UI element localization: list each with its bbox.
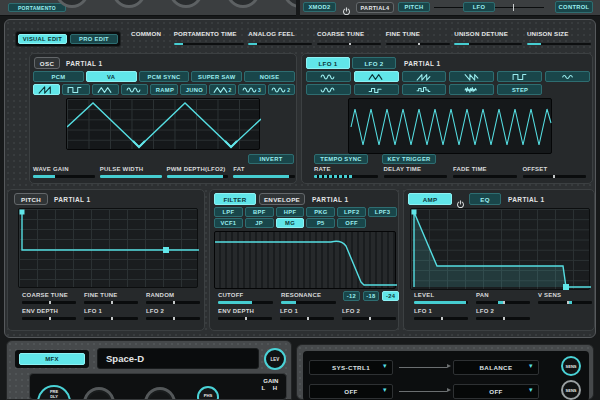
- filter-type-button[interactable]: LPF: [214, 207, 243, 217]
- mfx-phase-knob[interactable]: PHS: [197, 386, 219, 400]
- osc-type-button[interactable]: SUPER SAW: [191, 71, 242, 82]
- amp-tab[interactable]: AMP: [408, 193, 452, 205]
- param-slider[interactable]: COARSE TUNE: [22, 292, 76, 307]
- param-slider[interactable]: PWM DEPTH(LFO2): [167, 166, 229, 181]
- wave-button[interactable]: [354, 84, 399, 95]
- pitch-envelope-display[interactable]: [18, 208, 198, 288]
- wave-button[interactable]: [402, 84, 447, 95]
- osc-type-button[interactable]: VA: [86, 71, 137, 82]
- partial-select-button[interactable]: PARTIAL4: [356, 2, 394, 13]
- mfx-predelay-knob[interactable]: PRE DLY: [37, 385, 71, 400]
- wave-button[interactable]: [33, 84, 60, 95]
- lfo2-tab[interactable]: LFO 2: [352, 57, 396, 69]
- filter-type-button[interactable]: JP: [245, 218, 274, 228]
- param-slider[interactable]: LFO 2: [146, 308, 200, 323]
- wave-button[interactable]: [354, 71, 399, 82]
- sens-knob[interactable]: SENS: [561, 380, 581, 400]
- filter-type-button[interactable]: VCF1: [214, 218, 243, 228]
- xmod-button[interactable]: XMOD2: [303, 2, 336, 12]
- invert-button[interactable]: INVERT: [248, 154, 294, 164]
- visual-edit-tab[interactable]: VISUAL EDIT: [18, 34, 67, 44]
- param-slider[interactable]: RESONANCE: [281, 292, 336, 307]
- mfx-button[interactable]: MFX: [19, 353, 85, 365]
- slope-button[interactable]: -12: [343, 291, 360, 301]
- slider-handle[interactable]: [513, 4, 514, 11]
- pitch-tab[interactable]: PITCH: [14, 193, 48, 205]
- slope-button[interactable]: -24: [382, 291, 399, 301]
- filter-type-button[interactable]: LPF3: [368, 207, 397, 217]
- osc-type-button[interactable]: PCM SYNC: [139, 71, 190, 82]
- filter-type-button[interactable]: OFF: [337, 218, 366, 228]
- param-slider[interactable]: ENV DEPTH: [22, 308, 76, 323]
- wave-button[interactable]: [449, 84, 494, 95]
- destination-dropdown[interactable]: BALANCE ▾: [453, 360, 539, 375]
- param-slider[interactable]: DELAY TIME: [384, 166, 448, 181]
- envelope-tab[interactable]: ENVELOPE: [259, 193, 305, 205]
- param-slider[interactable]: PULSE WIDTH: [100, 166, 162, 181]
- param-slider[interactable]: LFO 2: [476, 308, 530, 323]
- mfx-type-display[interactable]: Space-D: [97, 348, 259, 369]
- param-slider[interactable]: OFFSET: [523, 166, 587, 181]
- wave-button[interactable]: 2: [268, 84, 295, 95]
- knob[interactable]: [112, 0, 146, 8]
- destination-dropdown[interactable]: OFF ▾: [453, 384, 539, 399]
- lfo-waveform-display[interactable]: [348, 98, 552, 154]
- knob[interactable]: [226, 0, 260, 8]
- param-slider[interactable]: FAT: [233, 166, 295, 181]
- common-param[interactable]: FINE TUNE: [386, 30, 450, 48]
- wave-button[interactable]: [62, 84, 89, 95]
- filter-type-button[interactable]: LPF2: [337, 207, 366, 217]
- mfx-level-knob[interactable]: LEV: [264, 348, 286, 370]
- filter-type-button[interactable]: MG: [276, 218, 305, 228]
- pro-edit-tab[interactable]: PRO EDIT: [70, 34, 118, 44]
- lfo1-tab[interactable]: LFO 1: [306, 57, 350, 69]
- pitch-mod-button[interactable]: PITCH: [398, 2, 430, 12]
- sens-knob[interactable]: SENS: [561, 356, 581, 376]
- param-slider[interactable]: LFO 2: [342, 308, 396, 323]
- filter-response-display[interactable]: [214, 231, 396, 289]
- lfo-mod-button[interactable]: LFO: [463, 2, 495, 12]
- slope-button[interactable]: -18: [363, 291, 380, 301]
- wave-button[interactable]: JUNO: [180, 84, 207, 95]
- osc-tab[interactable]: OSC: [34, 57, 60, 69]
- tempo-sync-button[interactable]: TEMPO SYNC: [314, 154, 368, 164]
- common-param[interactable]: COARSE TUNE: [317, 30, 381, 48]
- param-slider[interactable]: LEVEL: [414, 292, 468, 307]
- param-slider[interactable]: CUTOFF: [218, 292, 273, 307]
- param-slider[interactable]: [527, 43, 591, 45]
- param-slider[interactable]: [248, 43, 312, 45]
- osc-waveform-display[interactable]: [66, 98, 260, 150]
- knob[interactable]: [283, 0, 296, 8]
- param-slider[interactable]: [454, 43, 522, 45]
- param-slider[interactable]: [317, 43, 381, 45]
- filter-tab[interactable]: FILTER: [214, 193, 256, 205]
- source-dropdown[interactable]: SYS-CTRL1 ▾: [309, 360, 393, 375]
- param-slider[interactable]: FINE TUNE: [84, 292, 138, 307]
- wave-button[interactable]: [497, 71, 542, 82]
- wave-button[interactable]: [449, 71, 494, 82]
- param-slider[interactable]: LFO 1: [280, 308, 334, 323]
- wave-button[interactable]: [402, 71, 447, 82]
- filter-type-button[interactable]: BPF: [245, 207, 274, 217]
- param-slider[interactable]: [386, 43, 450, 45]
- knob[interactable]: [169, 0, 203, 8]
- common-param[interactable]: UNISON SIZE: [527, 30, 591, 48]
- param-slider[interactable]: [174, 43, 244, 45]
- amp-envelope-display[interactable]: [410, 208, 590, 290]
- wave-button[interactable]: [306, 84, 351, 95]
- filter-type-button[interactable]: HPF: [276, 207, 305, 217]
- eq-tab[interactable]: EQ: [469, 193, 501, 205]
- osc-type-button[interactable]: PCM: [33, 71, 84, 82]
- param-slider[interactable]: ENV DEPTH: [218, 308, 272, 323]
- filter-type-button[interactable]: P5: [306, 218, 335, 228]
- key-trigger-button[interactable]: KEY TRIGGER: [382, 154, 436, 164]
- osc-type-button[interactable]: NOISE: [244, 71, 295, 82]
- param-slider[interactable]: FADE TIME: [453, 166, 517, 181]
- wave-button[interactable]: [121, 84, 148, 95]
- wave-button[interactable]: [545, 71, 590, 82]
- control-button[interactable]: CONTROL: [555, 1, 593, 13]
- portamento-button[interactable]: PORTAMENTO: [8, 3, 66, 12]
- wave-button[interactable]: [306, 71, 351, 82]
- power-icon[interactable]: [342, 2, 351, 16]
- param-slider[interactable]: V SENS: [538, 292, 592, 307]
